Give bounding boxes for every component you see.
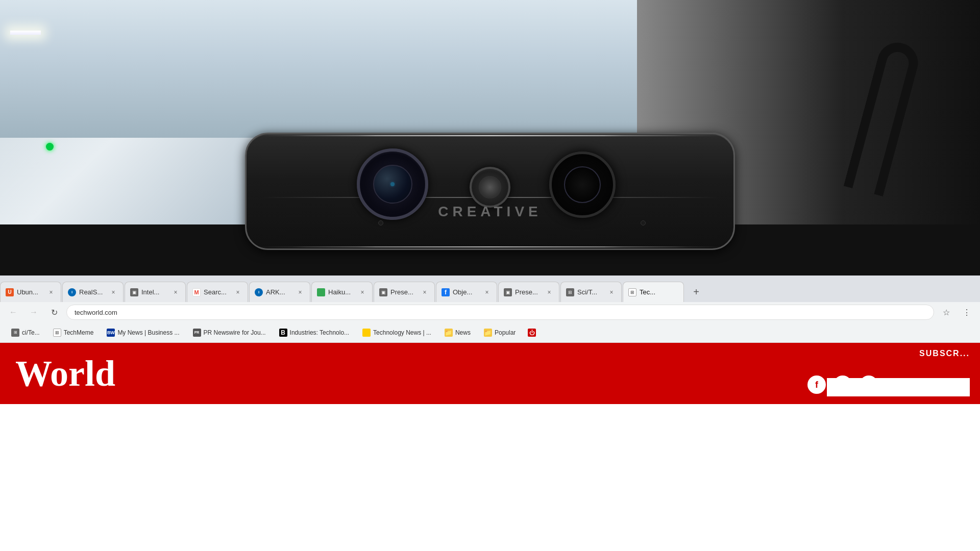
site-header: World SUBSCR... f t g+: [0, 343, 980, 404]
tab-favicon-scit: ⊞: [566, 288, 574, 296]
back-button[interactable]: ←: [5, 304, 21, 320]
tab-prese1[interactable]: ▣ Prese... ×: [374, 282, 435, 302]
tab-close-intel2[interactable]: ×: [171, 288, 180, 297]
site-search-input[interactable]: [827, 378, 970, 396]
bookmark-favicon-bloomberg: B: [279, 329, 287, 337]
tab-label-realsense: RealS...: [79, 288, 107, 296]
tab-prese2[interactable]: ▣ Prese... ×: [498, 282, 559, 302]
bookmark-favicon-mynews: BW: [107, 329, 115, 337]
tab-intel2[interactable]: ▣ Intel... ×: [125, 282, 186, 302]
bookmark-power[interactable]: ⏻: [524, 327, 540, 339]
tab-label-prese1: Prese...: [390, 288, 418, 296]
tab-favicon-intel2: ▣: [130, 288, 138, 296]
tab-favicon-ubuntu: U: [6, 288, 14, 296]
tab-favicon-obje: f: [442, 288, 450, 296]
bookmark-label-bloomberg: Industries: Technolo...: [290, 329, 350, 336]
tab-tec-active[interactable]: ⊞ Tec...: [623, 282, 684, 302]
tab-label-tec: Tec...: [640, 288, 678, 296]
website-content-area: World SUBSCR... f t g+: [0, 343, 980, 551]
tab-close-scit[interactable]: ×: [607, 288, 616, 297]
bookmark-favicon-popular: 📁: [484, 329, 492, 337]
bookmark-scite[interactable]: ⊞ ci/Te...: [6, 327, 45, 339]
tab-label-haiku: Haiku...: [328, 288, 356, 296]
tab-favicon-prese2: ▣: [504, 288, 512, 296]
tab-favicon-gmail: M: [192, 288, 201, 296]
webcam-depth-lens: [549, 152, 616, 218]
webcam-center-sensor: [470, 167, 510, 208]
photo-area: CREATIVE: [0, 0, 980, 276]
lens-outer-right: [549, 152, 616, 218]
forward-button[interactable]: →: [26, 304, 42, 320]
tab-label-ark: ARK...: [266, 288, 293, 296]
bookmark-favicon-scite: ⊞: [11, 329, 19, 337]
new-tab-button[interactable]: +: [687, 283, 705, 301]
tab-close-haiku[interactable]: ×: [358, 288, 367, 297]
bookmark-favicon-techmeme: ⊞: [53, 329, 61, 337]
bookmark-label-scite: ci/Te...: [22, 329, 40, 336]
lens-outer-left: [357, 148, 428, 220]
bookmark-star-button[interactable]: ☆: [938, 304, 954, 320]
bookmark-techmeme[interactable]: ⊞ TechMeme: [48, 327, 99, 339]
webcam-trim-top: [252, 135, 728, 136]
tab-close-realsense[interactable]: ×: [109, 288, 118, 297]
webcam-dot-right: [641, 220, 646, 226]
site-logo: World: [15, 353, 115, 395]
tab-scit[interactable]: ⊞ Sci/T... ×: [560, 282, 622, 302]
lens-inner-right: [564, 166, 601, 203]
facebook-label: f: [815, 380, 818, 390]
bookmark-pr[interactable]: PR PR Newswire for Jou...: [188, 327, 271, 339]
tab-haiku[interactable]: Haiku... ×: [311, 282, 373, 302]
webcam-main-lens: [357, 148, 428, 220]
tab-label-scit: Sci/T...: [577, 288, 605, 296]
address-bar-input[interactable]: [66, 305, 934, 320]
tab-close-obje[interactable]: ×: [482, 288, 492, 297]
lens-outer-mid: [470, 167, 510, 208]
bookmarks-bar: ⊞ ci/Te... ⊞ TechMeme BW My News | Busin…: [0, 322, 980, 343]
tab-close-gmail[interactable]: ×: [233, 288, 242, 297]
webcam-brand-logo: CREATIVE: [438, 204, 542, 220]
tab-close-ark[interactable]: ×: [296, 288, 305, 297]
bookmark-news[interactable]: 📁 News: [439, 327, 476, 339]
lens-reflection-left: [390, 182, 395, 186]
menu-button[interactable]: ⋮: [959, 304, 975, 320]
webcam-body: CREATIVE: [245, 133, 735, 250]
tab-label-obje: Obje...: [453, 288, 480, 296]
bookmark-label-pr: PR Newswire for Jou...: [204, 329, 266, 336]
green-indicator-light: [46, 143, 54, 151]
facebook-icon[interactable]: f: [807, 375, 826, 394]
bookmark-bloomberg[interactable]: B Industries: Technolo...: [274, 327, 355, 339]
bookmark-label-techmeme: TechMeme: [64, 329, 94, 336]
tab-favicon-realsense: i: [68, 288, 76, 296]
tab-obje[interactable]: f Obje... ×: [436, 282, 497, 302]
tab-label-intel2: Intel...: [141, 288, 169, 296]
bookmark-label-technews: Technology News | ...: [373, 329, 431, 336]
reload-button[interactable]: ↻: [46, 304, 62, 320]
bookmark-technews[interactable]: Technology News | ...: [357, 327, 436, 339]
webcam-dot-left: [378, 220, 383, 226]
tab-label-prese2: Prese...: [515, 288, 543, 296]
tab-realsense[interactable]: i RealS... ×: [62, 282, 124, 302]
bookmark-mynews[interactable]: BW My News | Business ...: [102, 327, 184, 339]
tab-favicon-haiku: [317, 288, 325, 296]
bookmark-favicon-technews: [362, 329, 371, 337]
bookmark-label-mynews: My News | Business ...: [117, 329, 179, 336]
browser-address-bar-area: ← → ↻ ☆ ⋮: [0, 302, 980, 322]
browser-tab-bar: U Ubun... × i RealS... × ▣ Intel... × M …: [0, 276, 980, 302]
tab-ubuntu[interactable]: U Ubun... ×: [0, 282, 61, 302]
bookmark-favicon-pr: PR: [193, 329, 201, 337]
tab-ark[interactable]: i ARK... ×: [249, 282, 310, 302]
tab-gmail[interactable]: M Searc... ×: [187, 282, 248, 302]
browser-window: U Ubun... × i RealS... × ▣ Intel... × M …: [0, 276, 980, 551]
subscribe-button[interactable]: SUBSCR...: [919, 349, 970, 358]
tab-close-ubuntu[interactable]: ×: [46, 288, 56, 297]
webcam-device: CREATIVE: [245, 133, 735, 250]
tab-label-gmail: Searc...: [204, 288, 231, 296]
tab-favicon-ark: i: [255, 288, 263, 296]
tab-close-prese1[interactable]: ×: [420, 288, 429, 297]
bookmark-popular[interactable]: 📁 Popular: [479, 327, 521, 339]
fluorescent-light: [10, 31, 41, 35]
tab-label-ubuntu: Ubun...: [17, 288, 44, 296]
tab-close-prese2[interactable]: ×: [545, 288, 554, 297]
tab-favicon-prese1: ▣: [379, 288, 387, 296]
bookmark-label-news: News: [455, 329, 471, 336]
